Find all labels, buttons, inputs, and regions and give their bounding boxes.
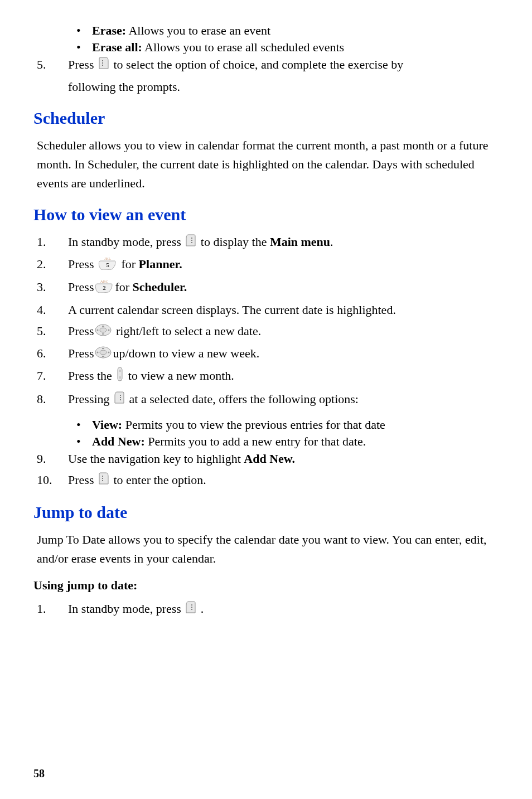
svg-point-11: [100, 328, 107, 332]
bullet-text: Allows you to erase an event: [126, 23, 270, 37]
step-6: 6. Pressup/down to view a new week.: [37, 344, 499, 364]
svg-point-31: [191, 604, 192, 606]
step-10: 10. Press to enter the option.: [37, 471, 499, 491]
bullet-label: Erase all:: [92, 40, 142, 54]
svg-rect-24: [119, 376, 121, 379]
svg-point-30: [102, 480, 103, 481]
step-2: 2. Press JKL5 for Planner.: [37, 255, 499, 275]
bullet-view: •View: Permits you to view the previous …: [92, 417, 499, 433]
svg-rect-22: [118, 367, 122, 381]
svg-point-28: [102, 476, 103, 477]
svg-point-15: [108, 329, 110, 331]
softkey-icon: [185, 234, 196, 253]
step-number: 5.: [37, 55, 68, 75]
bullet-text: Allows you to erase all scheduled events: [142, 40, 344, 54]
step-8: 8. Pressing at a selected date, offers t…: [37, 390, 499, 410]
svg-text:ABC: ABC: [100, 279, 109, 284]
step-5-continue: following the prompts.: [68, 78, 499, 96]
bullet-erase-all: •Erase all: Allows you to erase all sche…: [92, 39, 499, 56]
svg-text:2: 2: [103, 284, 107, 291]
svg-point-14: [97, 329, 99, 331]
softkey-icon: [98, 472, 109, 491]
svg-rect-19: [102, 356, 104, 357]
step-9: 9. Use the navigation key to highlight A…: [37, 449, 499, 468]
scheduler-body: Scheduler allows you to view in calendar…: [37, 136, 499, 193]
jump-subheading: Using jump to date:: [33, 576, 499, 595]
bullet-label: Erase:: [92, 23, 126, 37]
svg-point-5: [191, 242, 192, 243]
svg-text:5: 5: [106, 262, 109, 268]
svg-rect-23: [119, 370, 121, 372]
side-key-icon: [116, 366, 124, 388]
key-2-icon: ABC2: [95, 278, 114, 298]
jump-step-1: 1. In standby mode, press .: [37, 599, 499, 619]
nav-key-icon: [95, 345, 112, 364]
step-1: 1. In standby mode, press to display the…: [37, 233, 499, 253]
svg-point-4: [191, 240, 192, 241]
page-number: 58: [33, 765, 45, 782]
key-5-icon: JKL5: [98, 255, 117, 275]
step-4: 4. A current calendar screen displays. T…: [37, 301, 499, 319]
step-text-after: to select the option of choice, and comp…: [113, 57, 403, 71]
bullet-erase: •Erase: Allows you to erase an event: [92, 22, 499, 39]
svg-point-32: [191, 607, 192, 608]
nav-key-icon: [95, 323, 112, 342]
svg-point-29: [102, 478, 103, 479]
svg-point-25: [120, 395, 121, 396]
svg-point-21: [108, 351, 110, 353]
jump-body: Jump To Date allows you to specify the c…: [37, 530, 499, 568]
svg-rect-18: [102, 348, 104, 349]
svg-point-3: [191, 238, 192, 239]
step-5-top: 5. Press to select the option of choice,…: [37, 55, 499, 75]
bullet-add-new: •Add New: Permits you to add a new entry…: [92, 433, 499, 450]
svg-point-20: [97, 351, 99, 353]
svg-point-2: [102, 65, 103, 66]
softkey-icon: [114, 391, 125, 410]
svg-point-26: [120, 397, 121, 398]
softkey-icon: [185, 601, 196, 619]
svg-text:JKL: JKL: [104, 256, 111, 261]
svg-point-0: [102, 60, 103, 61]
svg-rect-12: [102, 326, 104, 327]
svg-point-1: [102, 62, 103, 64]
svg-rect-13: [102, 333, 104, 335]
softkey-icon: [98, 56, 109, 75]
svg-point-17: [100, 350, 107, 355]
step-text-before: Press: [68, 57, 97, 71]
how-view-heading: How to view an event: [33, 202, 499, 228]
step-7: 7. Press the to view a new month.: [37, 366, 499, 388]
step-5: 5. Press right/left to select a new date…: [37, 322, 499, 342]
jump-heading: Jump to date: [33, 500, 499, 526]
step-3: 3. PressABC2for Scheduler.: [37, 278, 499, 298]
svg-point-27: [120, 399, 121, 400]
scheduler-heading: Scheduler: [33, 105, 499, 132]
svg-point-33: [191, 609, 192, 610]
